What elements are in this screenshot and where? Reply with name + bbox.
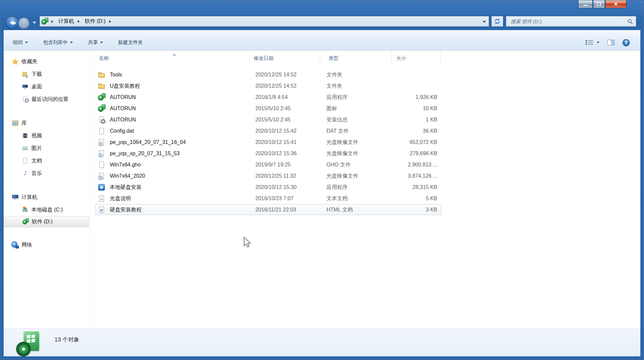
search-icon[interactable]	[627, 19, 633, 25]
recent-pages-chevron-icon[interactable]	[32, 22, 36, 26]
file-size: 10 KB	[382, 103, 437, 114]
sort-ascending-icon	[173, 52, 176, 56]
videos-icon	[22, 133, 28, 139]
file-date: 2016/1/8 4:54	[255, 92, 288, 103]
sidebar-item-label: 网络	[21, 242, 32, 248]
file-size: 1,926 KB	[382, 92, 437, 103]
file-type: HTML 文档	[326, 204, 353, 215]
column-header-0[interactable]: 名称	[99, 55, 109, 62]
toolbar-button-organize[interactable]: 组织	[10, 38, 31, 47]
sidebar-item-downloads[interactable]: 下载	[4, 68, 90, 80]
file-size: 652,072 KB	[382, 137, 437, 148]
file-name: Win7x64_2020	[110, 170, 145, 182]
music-icon	[22, 170, 28, 176]
sidebar-item-recent-places[interactable]: 最近访问的位置	[4, 93, 90, 106]
toolbar-button-new-folder[interactable]: 新建文件夹	[115, 38, 146, 47]
column-header-3[interactable]: 大小	[396, 55, 406, 62]
disc-image-icon	[98, 150, 105, 157]
command-bar: 组织包含到库中共享新建文件夹 ?	[4, 30, 640, 51]
sidebar-item-music[interactable]: 音乐	[4, 167, 90, 180]
search-input[interactable]	[510, 18, 625, 24]
toolbar-button-label: 共享	[88, 39, 98, 46]
sidebar-item-libraries[interactable]: 库	[4, 117, 90, 129]
drive-d-icon	[41, 18, 48, 25]
table-row[interactable]: pe_yqs_xp_20_07_31_15_532020/10/12 15:36…	[91, 148, 640, 159]
pictures-icon	[22, 145, 28, 151]
table-row[interactable]: Tools2020/12/25 14:52文件夹	[91, 69, 640, 80]
address-dropdown-icon[interactable]	[483, 21, 486, 24]
table-row[interactable]: AUTORUN2015/5/10 2:45图标10 KB	[91, 103, 640, 114]
sidebar-item-label: 库	[21, 120, 27, 127]
toolbar-right: ?	[585, 39, 634, 46]
file-name: 本地硬盘安装	[110, 182, 142, 193]
file-date: 2016/10/23 7:07	[255, 193, 294, 204]
sidebar-item-documents[interactable]: 文档	[4, 155, 90, 167]
table-row[interactable]: AUTORUN2015/5/10 2:45安装信息1 KB	[91, 114, 640, 125]
sidebar-item-disk-c[interactable]: 本地磁盘 (C:)	[4, 203, 90, 216]
help-button[interactable]: ?	[623, 39, 630, 46]
minimize-button[interactable]	[578, 0, 593, 8]
recent-places-icon	[22, 96, 28, 102]
breadcrumb-item-0[interactable]: 计算机	[57, 18, 75, 25]
address-bar[interactable]: 计算机软件 (D:)	[39, 16, 489, 27]
sidebar-item-disk-d[interactable]: 软件 (D:)	[4, 216, 89, 227]
file-date: 2020/10/12 15:41	[255, 137, 297, 148]
table-row[interactable]: Win7x64_20202020/12/25 11:32光盘映像文件3,874,…	[91, 170, 640, 182]
sidebar-item-label: 最近访问的位置	[31, 96, 68, 103]
table-row[interactable]: pe_yqs_1064_20_07_31_16_042020/10/12 15:…	[91, 137, 640, 148]
column-separator[interactable]	[320, 51, 320, 65]
column-header-2[interactable]: 类型	[328, 55, 338, 62]
sidebar-item-favorites[interactable]: 收藏夹	[4, 55, 90, 68]
forward-button[interactable]	[18, 18, 29, 29]
sidebar-item-label: 图片	[31, 145, 42, 152]
file-size	[382, 80, 437, 92]
explorer-window: 计算机软件 (D:) 组织包含到库中共享新建文件夹	[0, 0, 644, 360]
sidebar-item-desktop[interactable]: 桌面	[4, 80, 90, 93]
file-type: 应用程序	[326, 182, 348, 193]
table-row[interactable]: 光盘说明2016/10/23 7:07文本文档5 KB	[91, 193, 640, 204]
table-row[interactable]: 硬盘安装教程2016/11/21 22:03HTML 文档3 KB	[91, 204, 640, 215]
app-blue-icon	[98, 184, 105, 191]
table-row[interactable]: Win7x64.gho2019/9/7 19:25GHO 文件2,900,813…	[91, 159, 640, 170]
star-icon	[12, 58, 19, 65]
sidebar-item-computer[interactable]: 计算机	[4, 191, 90, 203]
toolbar-button-include-in-library[interactable]: 包含到库中	[40, 38, 76, 47]
column-separator[interactable]	[249, 51, 250, 65]
file-date: 2015/5/10 2:45	[255, 114, 291, 125]
sidebar-item-pictures[interactable]: 图片	[4, 142, 90, 155]
disc-image-icon	[98, 172, 105, 180]
table-row[interactable]: Config.dat2020/10/12 15:42DAT 文件36 KB	[91, 125, 640, 137]
column-separator[interactable]	[441, 51, 441, 65]
file-name: AUTORUN	[110, 103, 136, 114]
file-type: 光盘映像文件	[326, 148, 358, 159]
sidebar-group-favorites: 收藏夹下载桌面最近访问的位置	[4, 55, 90, 106]
breadcrumb-item-1[interactable]: 软件 (D:)	[83, 18, 107, 25]
download-folder-icon	[22, 71, 28, 77]
column-separator[interactable]	[392, 51, 392, 65]
drive-d-large-icon	[15, 331, 45, 357]
maximize-button[interactable]	[593, 0, 605, 8]
sidebar-item-network[interactable]: 网络	[4, 239, 90, 251]
preview-pane-button[interactable]	[607, 40, 615, 45]
table-row[interactable]: AUTORUN2016/1/8 4:54应用程序1,926 KB	[91, 92, 640, 103]
close-button[interactable]	[605, 0, 626, 8]
file-type: GHO 文件	[326, 159, 351, 170]
sidebar-item-videos[interactable]: 视频	[4, 129, 90, 142]
back-button[interactable]	[6, 17, 19, 29]
file-date: 2020/10/12 15:36	[255, 148, 297, 159]
column-header-1[interactable]: 修改日期	[254, 55, 274, 62]
change-view-button[interactable]	[585, 40, 599, 45]
toolbar-button-label: 新建文件夹	[118, 39, 143, 46]
chevron-down-icon	[597, 42, 599, 45]
chevron-down-icon	[100, 42, 103, 45]
sidebar-item-label: 桌面	[31, 83, 42, 90]
file-name: Config.dat	[110, 125, 134, 137]
refresh-button[interactable]	[491, 16, 503, 27]
file-name: U盘安装教程	[110, 80, 140, 92]
breadcrumb: 计算机软件 (D:)	[49, 18, 115, 25]
toolbar-button-share[interactable]: 共享	[85, 38, 106, 47]
table-row[interactable]: U盘安装教程2020/12/25 14:52文件夹	[91, 80, 640, 92]
table-row[interactable]: 本地硬盘安装2020/10/12 15:30应用程序28,315 KB	[91, 182, 640, 193]
file-icon	[98, 127, 105, 135]
toolbar-menu: 组织包含到库中共享新建文件夹	[10, 38, 146, 47]
